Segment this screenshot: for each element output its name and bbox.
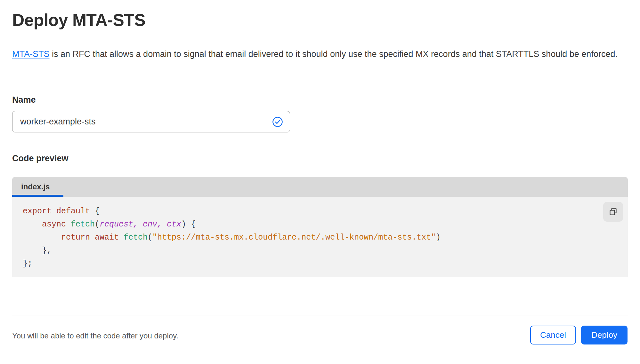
code-preview-label: Code preview	[12, 154, 69, 163]
mta-sts-link[interactable]: MTA-STS	[12, 49, 50, 59]
footer-note: You will be able to edit the code after …	[12, 331, 178, 340]
description: MTA-STS is an RFC that allows a domain t…	[12, 47, 619, 61]
footer-actions: Cancel Deploy	[530, 326, 628, 344]
copy-button[interactable]	[603, 202, 623, 222]
deploy-mta-sts-page: Deploy MTA-STS MTA-STS is an RFC that al…	[0, 0, 640, 364]
check-circle-icon	[272, 116, 283, 128]
deploy-button[interactable]: Deploy	[581, 326, 628, 344]
footer-divider	[12, 315, 628, 315]
code-block: export default { async fetch(request, en…	[12, 197, 628, 277]
name-input-wrap	[12, 111, 290, 132]
code-content: export default { async fetch(request, en…	[12, 197, 628, 270]
code-tabbar: index.js	[12, 177, 628, 197]
name-input[interactable]	[20, 117, 272, 127]
description-text: is an RFC that allows a domain to signal…	[50, 49, 618, 59]
name-label: Name	[12, 95, 36, 105]
tab-label: index.js	[21, 182, 50, 191]
copy-icon	[608, 207, 618, 217]
cancel-button[interactable]: Cancel	[530, 326, 576, 344]
tab-index-js[interactable]: index.js	[12, 177, 63, 197]
page-title: Deploy MTA-STS	[12, 10, 145, 30]
